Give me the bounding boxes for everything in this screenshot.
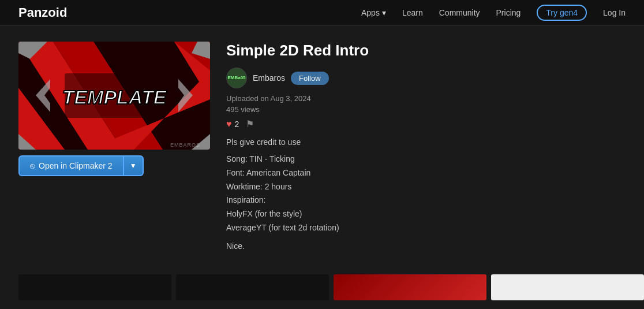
logo[interactable]: Panzoid xyxy=(18,5,67,20)
svg-text:EMBAROS: EMBAROS xyxy=(170,142,200,148)
related-thumb-3[interactable] xyxy=(334,274,486,300)
open-btn-row: ⎋ Open in Clipmaker 2 ▼ xyxy=(18,155,210,176)
nav-pricing[interactable]: Pricing xyxy=(496,8,521,17)
open-clipmaker-button[interactable]: ⎋ Open in Clipmaker 2 xyxy=(18,155,123,176)
nav-learn[interactable]: Learn xyxy=(402,8,423,17)
description: Pls give credit to use xyxy=(226,137,626,147)
detail-worktime: Worktime: 2 hours xyxy=(226,180,626,194)
nav-community[interactable]: Community xyxy=(439,8,480,17)
thumbnail: TEMPLATE EMBAROS xyxy=(18,42,210,150)
avatar[interactable]: EMBa05 xyxy=(226,68,247,88)
chevron-down-icon: ▾ xyxy=(382,8,386,17)
detail-nice: Nice. xyxy=(226,240,626,254)
svg-text:TEMPLATE: TEMPLATE xyxy=(62,86,167,108)
login-link[interactable]: Log In xyxy=(603,8,626,17)
chevron-down-icon: ▼ xyxy=(130,162,137,170)
follow-button[interactable]: Follow xyxy=(291,72,329,85)
flag-icon: ⚑ xyxy=(246,119,254,129)
likes-row: ♥ 2 ⚑ xyxy=(226,118,626,129)
author-name[interactable]: Embaros xyxy=(253,73,285,83)
info-section: Simple 2D Red Intro EMBa05 Embaros Follo… xyxy=(226,42,626,254)
nav: Apps ▾ Learn Community Pricing Try gen4 … xyxy=(361,5,626,21)
flag-button[interactable]: ⚑ xyxy=(246,118,254,129)
bottom-strip xyxy=(0,274,644,300)
nav-apps[interactable]: Apps ▾ xyxy=(361,8,386,17)
main-content: TEMPLATE EMBAROS ⎋ Open in Clipmaker 2 ▼… xyxy=(0,25,644,270)
detail-song: Song: TIN - Ticking xyxy=(226,152,626,166)
thumbnail-svg: TEMPLATE EMBAROS xyxy=(18,42,210,150)
detail-inspiration-label: Inspiration: xyxy=(226,193,626,207)
related-thumb-4[interactable] xyxy=(491,274,644,300)
external-link-icon: ⎋ xyxy=(30,161,35,170)
try-gen4-button[interactable]: Try gen4 xyxy=(537,5,587,21)
author-row: EMBa05 Embaros Follow xyxy=(226,68,626,88)
details: Song: TIN - Ticking Font: American Capta… xyxy=(226,152,626,254)
detail-holyfx: HolyFX (for the style) xyxy=(226,207,626,221)
related-thumb-2[interactable] xyxy=(176,274,329,300)
like-button[interactable]: ♥ 2 xyxy=(226,119,239,129)
heart-icon: ♥ xyxy=(226,119,232,129)
page-title: Simple 2D Red Intro xyxy=(226,42,626,59)
likes-count: 2 xyxy=(235,120,239,129)
related-thumb-1[interactable] xyxy=(18,274,171,300)
open-dropdown-button[interactable]: ▼ xyxy=(123,155,144,176)
views-count: 495 views xyxy=(226,105,626,114)
detail-averageyt: AverageYT (for text 2d rotation) xyxy=(226,221,626,235)
header: Panzoid Apps ▾ Learn Community Pricing T… xyxy=(0,0,644,25)
thumbnail-section: TEMPLATE EMBAROS ⎋ Open in Clipmaker 2 ▼ xyxy=(18,42,210,254)
detail-font: Font: American Captain xyxy=(226,166,626,180)
upload-date: Uploaded on Aug 3, 2024 xyxy=(226,94,626,103)
